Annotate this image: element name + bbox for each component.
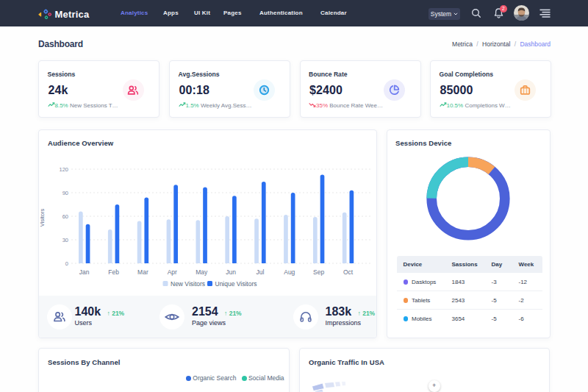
svg-text:Aug: Aug <box>284 268 295 276</box>
svg-text:120: 120 <box>59 165 68 172</box>
svg-text:90: 90 <box>62 189 68 196</box>
svg-text:Jun: Jun <box>226 268 236 276</box>
svg-text:Jan: Jan <box>79 268 90 276</box>
svg-text:Sep: Sep <box>313 268 324 276</box>
svg-text:Jul: Jul <box>256 268 264 276</box>
svg-text:60: 60 <box>62 213 68 219</box>
svg-text:Visitors: Visitors <box>39 208 46 227</box>
svg-text:30: 30 <box>62 236 68 243</box>
svg-text:Mar: Mar <box>137 268 148 276</box>
svg-text:Unique Visitors: Unique Visitors <box>215 279 257 287</box>
svg-text:Feb: Feb <box>108 268 119 276</box>
svg-text:May: May <box>196 268 208 276</box>
svg-text:0: 0 <box>65 260 68 266</box>
svg-text:Apr: Apr <box>168 268 177 276</box>
svg-text:Oct: Oct <box>343 268 354 276</box>
svg-text:New Visitors: New Visitors <box>171 279 205 287</box>
